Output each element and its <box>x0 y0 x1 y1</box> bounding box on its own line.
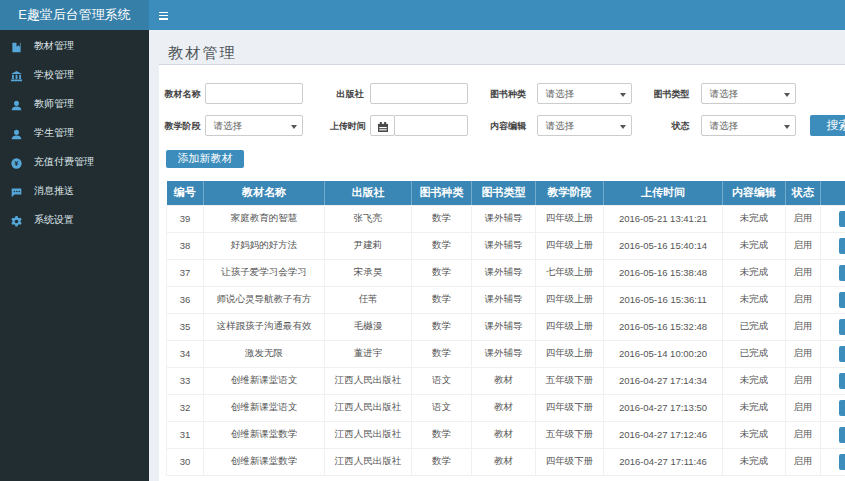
svg-text:¥: ¥ <box>14 159 18 166</box>
